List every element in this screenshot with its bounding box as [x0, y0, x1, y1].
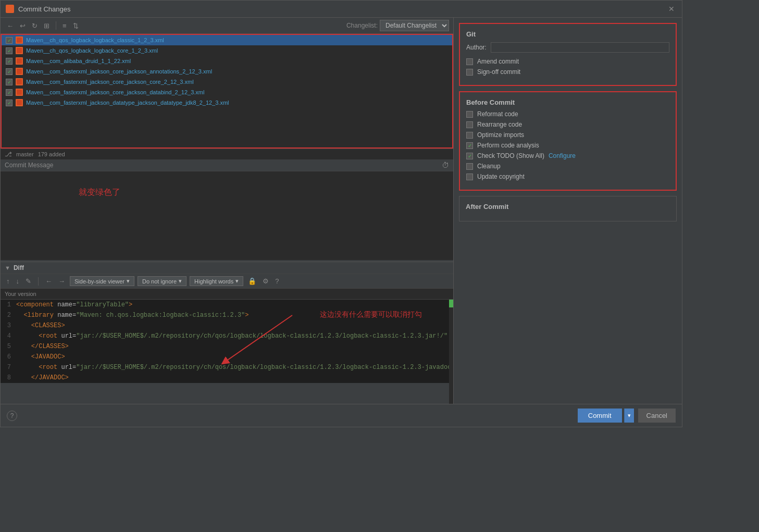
diff-header: ▼ Diff [1, 262, 453, 274]
rearrange-row[interactable]: Rearrange code [466, 121, 669, 128]
file-item-2[interactable]: ✓ Maven__com_alibaba_druid_1_1_22.xml [2, 56, 452, 66]
diff-next-btn[interactable]: → [57, 277, 67, 286]
tree-button[interactable]: ⊞ [42, 21, 52, 31]
close-button[interactable]: ✕ [666, 4, 677, 14]
clock-button[interactable]: ⏱ [442, 161, 449, 169]
changelist-label: Changelist: [346, 22, 378, 29]
file-icon-4 [16, 78, 23, 85]
diff-sep-1 [38, 277, 39, 286]
annotation-green-text: 就变绿色了 [79, 187, 120, 198]
ignore-dropdown[interactable]: Do not ignore ▾ [138, 276, 186, 286]
refresh-button[interactable]: ↻ [30, 21, 40, 31]
highlight-dropdown[interactable]: Highlight words ▾ [190, 276, 243, 286]
line-num-8: 8 [1, 374, 16, 381]
before-commit-section: Before Commit Reformat code Rearrange co… [459, 91, 677, 191]
top-toolbar: ← ↩ ↻ ⊞ ≡ ⇅ Changelist: Default Changeli… [1, 18, 453, 34]
file-name-2: Maven__com_alibaba_druid_1_1_22.xml [26, 58, 131, 64]
back-button[interactable]: ← [5, 21, 16, 31]
file-item-5[interactable]: ✓ Maven__com_fasterxml_jackson_core_jack… [2, 87, 452, 97]
line-num-3: 3 [1, 322, 16, 329]
file-icon-1 [16, 47, 23, 54]
scrollbar-indicator [449, 300, 453, 307]
cancel-button[interactable]: Cancel [638, 409, 676, 423]
highlight-arrow: ▾ [235, 278, 239, 284]
file-checkbox-5[interactable]: ✓ [6, 89, 13, 96]
commit-dropdown-button[interactable]: ▾ [624, 409, 634, 423]
commit-message-input[interactable] [1, 171, 453, 260]
highlight-label: Highlight words [194, 278, 233, 284]
line-content-7: <root url="jar://$USER_HOME$/.m2/reposit… [16, 364, 453, 371]
perform-row[interactable]: ✓ Perform code analysis [466, 142, 669, 149]
diff-toolbar: ↑ ↓ ✎ ← → Side-by-side viewer ▾ Do not i… [1, 274, 453, 289]
file-checkbox-0[interactable]: ✓ [6, 37, 13, 44]
check-todo-row[interactable]: ✓ Check TODO (Show All) Configure [466, 152, 669, 159]
version-label: Your version [1, 289, 453, 300]
line-content-8: </JAVADOC> [16, 374, 69, 381]
annotation-cancel-text: 这边没有什么需要可以取消打勾 [320, 310, 422, 319]
lock-btn[interactable]: 🔒 [246, 277, 258, 286]
diff-prev-btn[interactable]: ← [44, 277, 54, 286]
file-item-0[interactable]: ✓ Maven__ch_qos_logback_logback_classic_… [2, 35, 452, 45]
file-checkbox-3[interactable]: ✓ [6, 68, 13, 75]
commit-button[interactable]: Commit [578, 409, 622, 423]
line-num-4: 4 [1, 332, 16, 340]
align-button-1[interactable]: ≡ [60, 21, 69, 31]
amend-commit-checkbox[interactable] [466, 58, 473, 65]
author-input[interactable] [491, 42, 669, 53]
file-item-4[interactable]: ✓ Maven__com_fasterxml_jackson_core_jack… [2, 77, 452, 87]
signoff-commit-checkbox[interactable] [466, 69, 473, 76]
rearrange-checkbox[interactable] [466, 121, 473, 128]
file-name-6: Maven__com_fasterxml_jackson_datatype_ja… [26, 100, 229, 106]
align-button-2[interactable]: ⇅ [71, 21, 81, 31]
file-item-1[interactable]: ✓ Maven__ch_qos_logback_logback_core_1_2… [2, 45, 452, 56]
file-checkbox-4[interactable]: ✓ [6, 79, 13, 85]
diff-up-btn[interactable]: ↑ [5, 277, 11, 286]
perform-checkbox[interactable]: ✓ [466, 142, 473, 149]
amend-commit-row[interactable]: Amend commit [466, 58, 669, 65]
file-list: ✓ Maven__ch_qos_logback_logback_classic_… [1, 34, 453, 149]
help-button[interactable]: ? [7, 411, 17, 421]
configure-link[interactable]: Configure [549, 152, 576, 159]
file-item-6[interactable]: ✓ Maven__com_fasterxml_jackson_datatype_… [2, 97, 452, 108]
file-checkbox-6[interactable]: ✓ [6, 100, 13, 106]
viewer-arrow: ▾ [127, 278, 130, 284]
file-checkbox-2[interactable]: ✓ [6, 58, 13, 65]
signoff-commit-row[interactable]: Sign-off commit [466, 68, 669, 76]
separator-1 [56, 21, 56, 30]
line-content-6: <JAVADOC> [16, 353, 65, 361]
cleanup-row[interactable]: Cleanup [466, 163, 669, 170]
undo-button[interactable]: ↩ [18, 21, 28, 31]
right-panel: Git Author: Amend commit Sign-off commit… [454, 18, 682, 404]
update-copyright-checkbox[interactable] [466, 174, 473, 180]
ignore-arrow: ▾ [179, 278, 182, 284]
settings-btn[interactable]: ⚙ [261, 277, 270, 286]
file-item-3[interactable]: ✓ Maven__com_fasterxml_jackson_core_jack… [2, 66, 452, 77]
help-btn-diff[interactable]: ? [273, 277, 280, 286]
optimize-checkbox[interactable] [466, 132, 473, 139]
commit-message-label: Commit Message [5, 162, 53, 169]
diff-down-btn[interactable]: ↓ [15, 277, 21, 286]
reformat-checkbox[interactable] [466, 111, 473, 118]
diff-edit-btn[interactable]: ✎ [24, 277, 33, 286]
ignore-label: Do not ignore [142, 278, 177, 284]
update-copyright-row[interactable]: Update copyright [466, 173, 669, 180]
line-content-1: <component name="libraryTable"> [16, 301, 132, 308]
git-section: Git Author: Amend commit Sign-off commit [459, 23, 677, 86]
file-checkbox-1[interactable]: ✓ [6, 47, 13, 54]
code-line-4: 4 <root url="jar://$USER_HOME$/.m2/repos… [1, 331, 453, 341]
branch-icon: ⎇ [5, 151, 12, 158]
diff-collapse-arrow[interactable]: ▼ [5, 265, 10, 271]
file-icon-6 [16, 99, 23, 106]
viewer-dropdown[interactable]: Side-by-side viewer ▾ [70, 276, 134, 286]
check-todo-checkbox[interactable]: ✓ [466, 153, 473, 159]
cleanup-checkbox[interactable] [466, 163, 473, 170]
line-num-2: 2 [1, 312, 16, 319]
file-name-1: Maven__ch_qos_logback_logback_core_1_2_3… [26, 47, 158, 54]
reformat-row[interactable]: Reformat code [466, 110, 669, 118]
diff-title: Diff [14, 264, 24, 271]
file-name-0: Maven__ch_qos_logback_logback_classic_1_… [26, 37, 164, 43]
after-commit-section: After Commit [459, 196, 677, 221]
optimize-row[interactable]: Optimize imports [466, 131, 669, 139]
changelist-dropdown[interactable]: Default Changelist [380, 20, 449, 31]
bottom-bar: ? Commit ▾ Cancel [1, 404, 682, 427]
